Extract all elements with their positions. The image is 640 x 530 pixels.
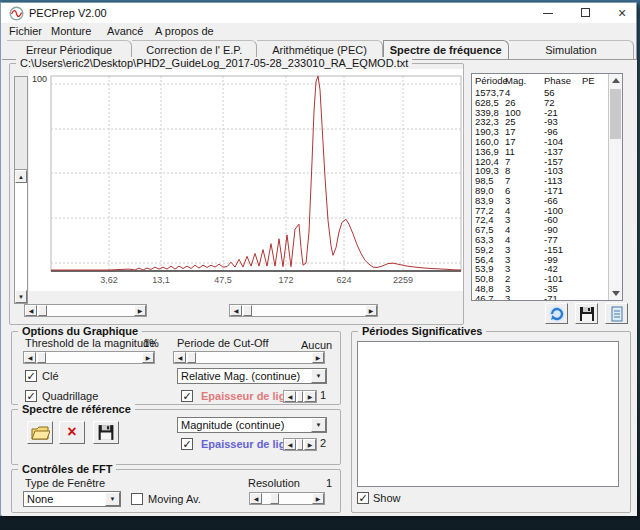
fft-spectrum-chart[interactable]: 100 3,6213,147,51726242259 <box>29 69 463 291</box>
epaisseur-checkbox[interactable]: ✓ <box>181 390 193 402</box>
maximize-button[interactable] <box>568 3 602 23</box>
spinner-right-icon[interactable]: ▶ <box>304 439 316 450</box>
chart-hscrollbar-left[interactable]: ◀ ▶ <box>24 304 147 317</box>
menu-monture[interactable]: Monture <box>47 25 95 37</box>
scroll-left-icon[interactable]: ◀ <box>24 352 36 363</box>
epaisseur-value: 1 <box>320 389 326 401</box>
clear-reference-button[interactable]: × <box>59 421 85 444</box>
cle-checkbox[interactable]: ✓ <box>25 370 37 382</box>
hscroll-thumb[interactable] <box>38 305 47 316</box>
resolution-value: 1 <box>326 477 332 489</box>
cutoff-scrollbar[interactable]: ◀ ▶ <box>173 351 325 364</box>
load-reference-button[interactable] <box>27 421 53 444</box>
scroll-up-icon[interactable]: ▲ <box>15 170 27 183</box>
threshold-scrollbar[interactable]: ◀ ▶ <box>23 351 155 364</box>
scroll-left-icon[interactable]: ◀ <box>230 305 242 316</box>
table-rows: 1573,7456628,52672339,8100-21232,325-931… <box>472 88 608 300</box>
app-window: PECPrep V2.00 × Fichier Monture Avancé A… <box>0 2 637 516</box>
quadrillage-label: Quadrillage <box>42 390 98 402</box>
options-graphique-title: Options du Graphique <box>18 325 142 337</box>
fenetre-label: Type de Fenêtre <box>25 477 105 489</box>
close-button[interactable]: × <box>605 3 639 23</box>
spinner-left-icon[interactable]: ◀ <box>284 391 296 402</box>
scroll-right-icon[interactable]: ▶ <box>134 305 146 316</box>
delete-x-icon: × <box>67 423 76 440</box>
open-folder-icon <box>30 423 50 442</box>
table-header: Période Mag. Phase PE <box>472 76 608 88</box>
scroll-down-icon[interactable] <box>612 291 620 296</box>
controles-fft-title: Contrôles de FFT <box>18 463 116 475</box>
scroll-up-icon[interactable] <box>612 78 620 83</box>
svg-text:3,62: 3,62 <box>100 275 118 285</box>
svg-text:47,5: 47,5 <box>214 275 232 285</box>
ref-epaisseur-value: 2 <box>320 437 326 449</box>
svg-text:624: 624 <box>336 275 351 285</box>
recalculate-button[interactable] <box>545 303 568 324</box>
svg-text:13,1: 13,1 <box>152 275 170 285</box>
cutoff-label: Periode de Cut-Off <box>177 337 269 349</box>
cle-label: Clé <box>42 370 59 382</box>
menu-bar: Fichier Monture Avancé A propos de <box>1 23 636 40</box>
svg-text:2259: 2259 <box>393 275 413 285</box>
resolution-label: Resolution <box>248 477 300 489</box>
save-spectrum-button[interactable] <box>575 303 598 324</box>
scroll-right-icon[interactable]: ▶ <box>312 493 324 504</box>
save-icon <box>96 423 116 442</box>
tab-simulation[interactable]: Simulation <box>509 40 634 60</box>
vertical-scrollbar-thumb[interactable] <box>15 77 27 170</box>
scroll-left-icon[interactable]: ◀ <box>250 493 262 504</box>
epaisseur-spinner[interactable]: ◀ ▶ <box>283 390 317 403</box>
moving-av-checkbox[interactable] <box>131 493 143 505</box>
menu-apropos[interactable]: A propos de <box>151 25 218 37</box>
resolution-scrollbar[interactable]: ◀ ▶ <box>249 492 325 505</box>
table-scrollbar-thumb[interactable] <box>610 89 621 139</box>
file-path-label: C:\Users\eric2\Desktop\PHD2_GuideLog_201… <box>16 57 412 69</box>
report-button[interactable] <box>605 303 628 324</box>
menu-avance[interactable]: Avancé <box>103 25 148 37</box>
notepad-icon <box>608 305 626 323</box>
chart-vertical-scrollbar[interactable]: ▲ ▼ <box>14 76 28 304</box>
show-checkbox[interactable]: ✓ <box>357 492 369 504</box>
table-row[interactable]: 46,73-71 <box>472 294 608 300</box>
hscroll-thumb[interactable] <box>243 305 252 316</box>
minimize-button[interactable] <box>531 3 565 23</box>
moving-av-label: Moving Av. <box>148 493 201 505</box>
title-bar[interactable]: PECPrep V2.00 × <box>1 3 636 23</box>
scroll-right-icon[interactable]: ▶ <box>365 305 377 316</box>
app-icon <box>9 6 24 21</box>
frequency-table[interactable]: Période Mag. Phase PE 1573,7456628,52672… <box>471 73 623 301</box>
chevron-down-icon[interactable]: ▼ <box>105 492 120 506</box>
periodes-significatives-title: Périodes Significatives <box>358 325 486 337</box>
scroll-right-icon[interactable]: ▶ <box>312 352 324 363</box>
svg-text:172: 172 <box>278 275 293 285</box>
ref-epaisseur-spinner[interactable]: ◀ ▶ <box>283 438 317 451</box>
scroll-left-icon[interactable]: ◀ <box>174 352 186 363</box>
periodes-listbox[interactable] <box>357 341 619 487</box>
fenetre-dropdown[interactable]: None ▼ <box>23 491 121 507</box>
scroll-left-icon[interactable]: ◀ <box>25 305 37 316</box>
table-scrollbar[interactable] <box>608 74 622 300</box>
window-title: PECPrep V2.00 <box>29 7 107 19</box>
menu-fichier[interactable]: Fichier <box>5 25 46 37</box>
cutoff-value: Aucun <box>301 339 332 351</box>
save-icon <box>578 305 596 323</box>
threshold-value: 1% <box>143 337 159 349</box>
y-axis-max-label: 100 <box>32 74 47 84</box>
threshold-label: Threshold de la magnitude <box>25 337 155 349</box>
scroll-right-icon[interactable]: ▶ <box>142 352 154 363</box>
chevron-down-icon[interactable]: ▼ <box>311 369 326 383</box>
reference-mode-dropdown[interactable]: Magnitude (continue) ▼ <box>177 417 327 433</box>
scroll-down-icon[interactable]: ▼ <box>15 290 27 303</box>
save-reference-button[interactable] <box>93 421 119 444</box>
quadrillage-checkbox[interactable]: ✓ <box>25 390 37 402</box>
spinner-left-icon[interactable]: ◀ <box>284 439 296 450</box>
show-label: Show <box>373 492 401 504</box>
chart-hscrollbar-right[interactable]: ◀ ▶ <box>229 304 378 317</box>
chevron-down-icon[interactable]: ▼ <box>311 418 326 432</box>
display-mode-dropdown[interactable]: Relative Mag. (continue) ▼ <box>177 368 327 384</box>
spinner-right-icon[interactable]: ▶ <box>304 391 316 402</box>
ref-epaisseur-checkbox[interactable]: ✓ <box>181 438 193 450</box>
spectre-reference-title: Spectre de référence <box>18 403 135 415</box>
refresh-icon <box>548 305 566 323</box>
